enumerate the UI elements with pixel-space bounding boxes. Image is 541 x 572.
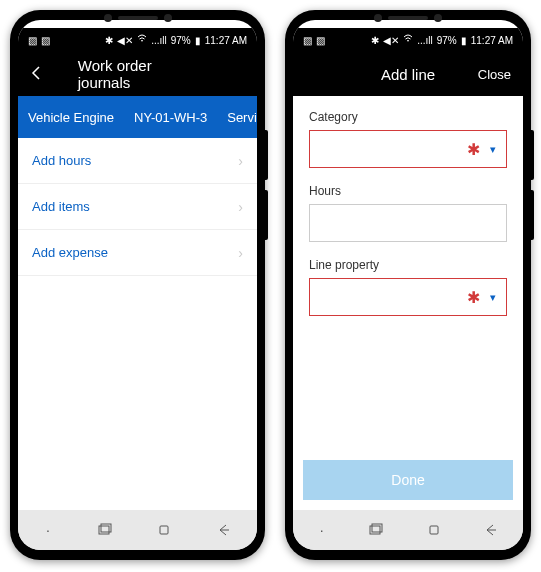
phone-sensors bbox=[104, 14, 172, 22]
page-title: Work order journals bbox=[78, 57, 198, 91]
svg-rect-5 bbox=[430, 526, 438, 534]
screen-left: ▧ ▧ ✱ ◀✕ ...ıll 97% ▮ 11:27 AM Work orde… bbox=[18, 20, 257, 550]
status-notif-icon: ▧ bbox=[303, 35, 312, 46]
list-item-label: Add expense bbox=[32, 245, 108, 260]
back-button[interactable] bbox=[30, 64, 44, 85]
tab-service[interactable]: Service bbox=[217, 110, 257, 125]
context-tabs: Vehicle Engine NY-01-WH-3 Service bbox=[18, 96, 257, 138]
hours-input[interactable] bbox=[309, 204, 507, 242]
status-time: 11:27 AM bbox=[471, 35, 513, 46]
line-property-select[interactable]: ✱ ▾ bbox=[309, 278, 507, 316]
form-content: Category ✱ ▾ Hours Line property ✱ ▾ bbox=[293, 96, 523, 460]
battery-icon: ▮ bbox=[195, 35, 201, 46]
battery-icon: ▮ bbox=[461, 35, 467, 46]
chevron-down-icon: ▾ bbox=[490, 291, 496, 304]
bluetooth-icon: ✱ bbox=[105, 35, 113, 46]
app-header: Work order journals bbox=[18, 52, 257, 96]
tab-vehicle-engine[interactable]: Vehicle Engine bbox=[18, 110, 124, 125]
android-nav-bar: · bbox=[293, 510, 523, 550]
chevron-right-icon: › bbox=[238, 245, 243, 261]
nav-home-icon[interactable] bbox=[157, 523, 177, 537]
required-icon: ✱ bbox=[467, 140, 480, 159]
status-bar: ▧ ▧ ✱ ◀✕ ...ıll 97% ▮ 11:27 AM bbox=[293, 28, 523, 52]
nav-back-icon[interactable] bbox=[217, 523, 237, 537]
status-notif-icon: ▧ bbox=[28, 35, 37, 46]
wifi-icon bbox=[137, 34, 147, 46]
add-expense-item[interactable]: Add expense › bbox=[18, 230, 257, 276]
mute-icon: ◀✕ bbox=[117, 35, 133, 46]
nav-recents-icon[interactable] bbox=[369, 523, 389, 537]
screen-right: ▧ ▧ ✱ ◀✕ ...ıll 97% ▮ 11:27 AM Add line … bbox=[293, 20, 523, 550]
page-title: Add line bbox=[381, 66, 435, 83]
android-nav-bar: · bbox=[18, 510, 257, 550]
chevron-down-icon: ▾ bbox=[490, 143, 496, 156]
wifi-icon bbox=[403, 34, 413, 46]
signal-icon: ...ıll bbox=[417, 35, 433, 46]
battery-percent: 97% bbox=[171, 35, 191, 46]
required-icon: ✱ bbox=[467, 288, 480, 307]
nav-home-icon[interactable] bbox=[427, 523, 447, 537]
bluetooth-icon: ✱ bbox=[371, 35, 379, 46]
phone-frame-right: ▧ ▧ ✱ ◀✕ ...ıll 97% ▮ 11:27 AM Add line … bbox=[285, 10, 531, 560]
nav-back-icon[interactable] bbox=[484, 523, 504, 537]
nav-menu-icon[interactable]: · bbox=[38, 522, 58, 538]
category-select[interactable]: ✱ ▾ bbox=[309, 130, 507, 168]
status-time: 11:27 AM bbox=[205, 35, 247, 46]
status-notif-icon: ▧ bbox=[316, 35, 325, 46]
phone-sensors bbox=[374, 14, 442, 22]
nav-recents-icon[interactable] bbox=[98, 523, 118, 537]
battery-percent: 97% bbox=[437, 35, 457, 46]
nav-menu-icon[interactable]: · bbox=[312, 522, 332, 538]
mute-icon: ◀✕ bbox=[383, 35, 399, 46]
status-notif-icon: ▧ bbox=[41, 35, 50, 46]
status-bar: ▧ ▧ ✱ ◀✕ ...ıll 97% ▮ 11:27 AM bbox=[18, 28, 257, 52]
list-item-label: Add hours bbox=[32, 153, 91, 168]
phone-frame-left: ▧ ▧ ✱ ◀✕ ...ıll 97% ▮ 11:27 AM Work orde… bbox=[10, 10, 265, 560]
chevron-right-icon: › bbox=[238, 153, 243, 169]
svg-rect-2 bbox=[160, 526, 168, 534]
app-header: Add line Close bbox=[293, 52, 523, 96]
signal-icon: ...ıll bbox=[151, 35, 167, 46]
done-button[interactable]: Done bbox=[303, 460, 513, 500]
hours-label: Hours bbox=[309, 184, 507, 198]
tab-workorder-id[interactable]: NY-01-WH-3 bbox=[124, 110, 217, 125]
line-property-label: Line property bbox=[309, 258, 507, 272]
list-item-label: Add items bbox=[32, 199, 90, 214]
category-label: Category bbox=[309, 110, 507, 124]
chevron-right-icon: › bbox=[238, 199, 243, 215]
add-hours-item[interactable]: Add hours › bbox=[18, 138, 257, 184]
list-content: Add hours › Add items › Add expense › bbox=[18, 138, 257, 510]
close-button[interactable]: Close bbox=[478, 67, 511, 82]
add-items-item[interactable]: Add items › bbox=[18, 184, 257, 230]
